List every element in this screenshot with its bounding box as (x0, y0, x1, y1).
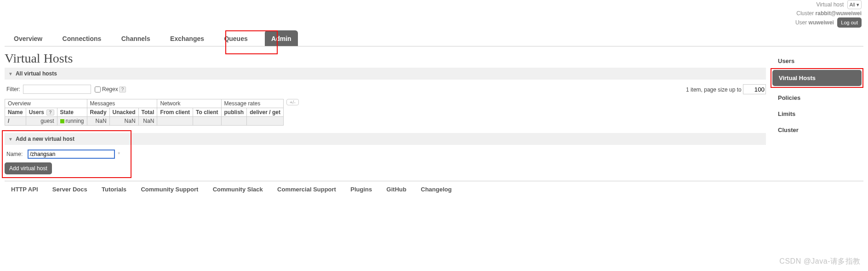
th-state[interactable]: State (57, 108, 87, 117)
cell-from-client (157, 117, 193, 126)
footer-community-support[interactable]: Community Support (141, 186, 198, 193)
footer-links: HTTP API Server Docs Tutorials Community… (5, 186, 863, 193)
cell-ready: NaN (87, 117, 109, 126)
sidenav-virtual-hosts[interactable]: Virtual Hosts (772, 70, 862, 86)
status-dot-icon (60, 119, 64, 123)
vhost-name-input[interactable] (28, 150, 115, 159)
th-ready[interactable]: Ready (87, 108, 109, 117)
section-title: Add a new virtual host (16, 136, 74, 142)
sidenav-policies[interactable]: Policies (771, 90, 863, 106)
footer-github[interactable]: GitHub (387, 186, 406, 193)
cell-total: NaN (138, 117, 157, 126)
tab-connections[interactable]: Connections (60, 30, 104, 46)
th-deliver-get[interactable]: deliver / get (247, 108, 284, 117)
cell-state: running (57, 117, 87, 126)
footer-commercial-support[interactable]: Commercial Support (277, 186, 336, 193)
cluster-label: Cluster (796, 10, 814, 17)
cell-publish (221, 117, 247, 126)
sidenav-limits[interactable]: Limits (771, 106, 863, 122)
filter-input[interactable] (23, 85, 91, 94)
th-publish[interactable]: publish (221, 108, 247, 117)
filter-label: Filter: (6, 86, 20, 92)
help-icon[interactable]: ? (46, 110, 54, 115)
footer-changelog[interactable]: Changelog (421, 186, 451, 193)
name-label: Name: (6, 151, 28, 157)
annotation-box: Virtual Hosts (771, 68, 863, 88)
footer-http-api[interactable]: HTTP API (11, 186, 38, 193)
section-all-vhosts[interactable]: ▼ All virtual hosts (5, 68, 766, 80)
tab-overview[interactable]: Overview (11, 30, 45, 46)
th-unacked[interactable]: Unacked (109, 108, 138, 117)
sidenav-cluster[interactable]: Cluster (771, 122, 863, 138)
pagesize-input[interactable] (743, 84, 766, 94)
th-group-network: Network (157, 99, 221, 108)
required-star-icon: * (118, 150, 120, 158)
tab-queues[interactable]: Queues (221, 30, 250, 46)
logout-button[interactable]: Log out (837, 17, 862, 28)
help-icon[interactable]: ? (119, 86, 126, 92)
th-group-rates: Message rates (221, 99, 283, 108)
footer-community-slack[interactable]: Community Slack (213, 186, 263, 193)
sidenav-users[interactable]: Users (771, 53, 863, 69)
footer-tutorials[interactable]: Tutorials (102, 186, 126, 193)
vhost-label: Virtual host (817, 1, 844, 8)
tab-exchanges[interactable]: Exchanges (167, 30, 207, 46)
page-title: Virtual Hosts (5, 51, 766, 66)
regex-label: Regex (102, 86, 118, 92)
columns-toggle-button[interactable]: +/- (286, 99, 299, 105)
chevron-down-icon: ▼ (8, 137, 13, 142)
footer-server-docs[interactable]: Server Docs (52, 186, 87, 193)
tab-admin[interactable]: Admin (265, 30, 298, 46)
side-nav: Users Virtual Hosts Policies Limits Clus… (766, 46, 863, 179)
cell-unacked: NaN (109, 117, 138, 126)
th-group-overview: Overview (5, 99, 87, 108)
pagesize-text: 1 item, page size up to (686, 86, 742, 93)
section-title: All virtual hosts (16, 70, 57, 77)
cell-name[interactable]: / (5, 117, 26, 126)
main-tabs: Overview Connections Channels Exchanges … (5, 30, 863, 46)
th-from-client[interactable]: From client (157, 108, 193, 117)
user-label: User (795, 19, 807, 26)
add-virtual-host-button[interactable]: Add virtual host (5, 162, 52, 174)
cell-to-client (193, 117, 221, 126)
table-row[interactable]: / guest running NaN NaN NaN (5, 117, 284, 126)
section-add-vhost[interactable]: ▼ Add a new virtual host (5, 133, 766, 145)
cluster-name: rabbit@wuweiwei (816, 10, 862, 17)
cell-deliver-get (247, 117, 284, 126)
chevron-down-icon: ▼ (8, 71, 13, 76)
regex-checkbox[interactable] (95, 86, 101, 92)
vhost-table: Overview Messages Network Message rates … (5, 99, 284, 126)
th-name[interactable]: Name (5, 108, 26, 117)
cell-users: guest (26, 117, 57, 126)
th-to-client[interactable]: To client (193, 108, 221, 117)
footer-plugins[interactable]: Plugins (350, 186, 372, 193)
user-name: wuweiwei (809, 19, 834, 26)
th-total[interactable]: Total (138, 108, 157, 117)
th-group-messages: Messages (87, 99, 157, 108)
tab-channels[interactable]: Channels (119, 30, 153, 46)
th-users[interactable]: Users ? (26, 108, 57, 117)
vhost-select[interactable]: All ▾ (847, 0, 862, 9)
